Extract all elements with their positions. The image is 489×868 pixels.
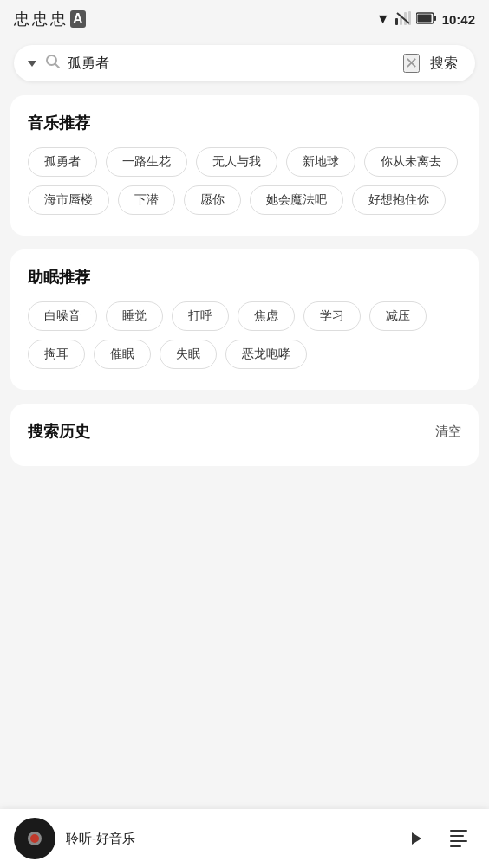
music-tag[interactable]: 好想抱住你	[352, 185, 446, 215]
svg-line-9	[55, 64, 60, 68]
music-tag[interactable]: 下潜	[118, 185, 175, 215]
music-tag[interactable]: 她会魔法吧	[250, 185, 343, 215]
signal-icon	[395, 11, 411, 28]
notif-icon-1: 忠	[14, 9, 29, 29]
sleep-tag[interactable]: 白噪音	[28, 301, 97, 331]
sleep-tag[interactable]: 催眠	[94, 340, 151, 369]
sleep-tag[interactable]: 学习	[303, 301, 361, 331]
svg-line-4	[397, 13, 409, 23]
player-title: 聆听-好音乐	[66, 831, 388, 847]
history-clear-button[interactable]: 清空	[435, 424, 461, 440]
status-right: ▼ 10:42	[376, 11, 475, 28]
history-title: 搜索历史	[28, 421, 90, 442]
sleep-tag[interactable]: 睡觉	[106, 301, 163, 331]
music-tag[interactable]: 你从未离去	[364, 147, 458, 177]
search-query-text[interactable]: 孤勇者	[68, 55, 396, 73]
status-bar: 忠 忠 忠 A ▼ 10:42	[0, 0, 489, 38]
sleep-tag[interactable]: 减压	[369, 301, 427, 331]
time-display: 10:42	[442, 12, 475, 27]
sleep-tag[interactable]: 掏耳	[28, 340, 85, 369]
wifi-icon: ▼	[376, 11, 390, 27]
search-icon	[45, 54, 61, 73]
sleep-tag[interactable]: 失眠	[160, 340, 217, 369]
bottom-player: 聆听-好音乐	[0, 809, 489, 868]
music-section-title: 音乐推荐	[28, 113, 461, 133]
svg-rect-7	[417, 14, 431, 22]
search-submit-button[interactable]: 搜索	[427, 55, 461, 73]
music-tag[interactable]: 一路生花	[106, 147, 187, 177]
player-play-button[interactable]	[399, 822, 432, 855]
svg-rect-0	[395, 18, 398, 25]
svg-marker-10	[412, 832, 421, 845]
history-section: 搜索历史 清空	[10, 404, 479, 466]
search-bar: 孤勇者 ✕ 搜索	[14, 45, 475, 81]
history-header: 搜索历史 清空	[28, 421, 461, 442]
music-tag[interactable]: 无人与我	[196, 147, 277, 177]
svg-rect-6	[434, 16, 436, 21]
playlist-icon	[450, 830, 467, 847]
music-section: 音乐推荐 孤勇者一路生花无人与我新地球你从未离去海市蜃楼下潜愿你她会魔法吧好想抱…	[10, 95, 479, 236]
search-dropdown-button[interactable]	[28, 61, 38, 67]
music-tag[interactable]: 海市蜃楼	[28, 185, 109, 215]
sleep-tag[interactable]: 打呼	[172, 301, 229, 331]
sleep-section-title: 助眠推荐	[28, 267, 461, 288]
player-album-inner	[28, 832, 42, 845]
notif-icon-2: 忠	[32, 9, 47, 29]
status-icons: 忠 忠 忠 A	[14, 9, 86, 29]
battery-icon	[416, 12, 437, 27]
notif-icon-3: 忠	[50, 9, 65, 29]
search-input-area: 孤勇者	[45, 54, 396, 73]
music-tag[interactable]: 新地球	[286, 147, 355, 177]
music-tag[interactable]: 孤勇者	[28, 147, 97, 177]
sleep-tag[interactable]: 焦虑	[238, 301, 295, 331]
a-icon: A	[70, 10, 86, 28]
sleep-tag[interactable]: 恶龙咆哮	[225, 340, 307, 369]
chevron-down-icon	[28, 61, 36, 67]
player-album-art[interactable]	[14, 818, 55, 859]
player-playlist-button[interactable]	[442, 822, 475, 855]
music-tag[interactable]: 愿你	[184, 185, 241, 215]
sleep-section: 助眠推荐 白噪音睡觉打呼焦虑学习减压掏耳催眠失眠恶龙咆哮	[10, 249, 479, 390]
sleep-tags-container: 白噪音睡觉打呼焦虑学习减压掏耳催眠失眠恶龙咆哮	[28, 301, 461, 369]
search-clear-button[interactable]: ✕	[403, 54, 420, 73]
music-tags-container: 孤勇者一路生花无人与我新地球你从未离去海市蜃楼下潜愿你她会魔法吧好想抱住你	[28, 147, 461, 215]
